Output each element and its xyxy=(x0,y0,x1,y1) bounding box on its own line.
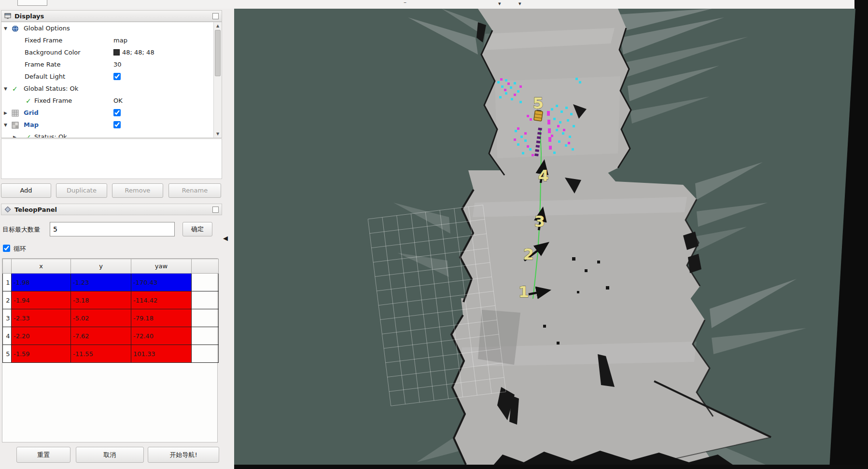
cell-yaw[interactable]: -72.40 xyxy=(131,327,192,345)
tree-label: Global Options xyxy=(24,25,70,32)
waypoint-label-3: 3 xyxy=(534,212,545,231)
cell-x[interactable]: -2.33 xyxy=(12,309,71,327)
occupancy-map[interactable]: 1 2 3 4 5 xyxy=(234,9,868,469)
loop-checkbox[interactable] xyxy=(3,245,10,252)
cell-y[interactable]: -1.23 xyxy=(71,274,131,291)
rename-display-button[interactable]: Rename xyxy=(168,183,221,198)
waypoint-label-4: 4 xyxy=(538,166,549,185)
displays-tree[interactable]: ▼ Global Options Fixed Frame map Backgro… xyxy=(1,22,222,138)
header-x[interactable]: x xyxy=(12,259,71,274)
tree-row-map[interactable]: ▼ Map xyxy=(1,119,213,131)
map-display-icon xyxy=(12,122,19,129)
goal-count-input[interactable] xyxy=(50,222,175,236)
tree-scrollbar[interactable]: ▲ ▼ xyxy=(213,22,222,138)
header-y[interactable]: y xyxy=(71,259,131,274)
row-filler xyxy=(192,345,219,363)
tree-row-map-status-clipped[interactable]: ▶ ✓ Status: Ok xyxy=(1,131,213,138)
header-index xyxy=(3,259,12,274)
add-display-button[interactable]: Add xyxy=(1,183,51,198)
panel-collapse-arrow-icon[interactable]: ◀ xyxy=(223,234,228,242)
scroll-up-icon[interactable]: ▲ xyxy=(214,24,222,28)
status-ok-icon: ✓ xyxy=(12,85,18,93)
goal-row[interactable]: 2 -1.94 -3.18 -114.42 xyxy=(3,291,219,309)
top-toolbar-strip: – ▾ ▾ xyxy=(0,0,868,9)
cell-x[interactable]: -1.94 xyxy=(12,291,71,309)
expand-arrow-icon[interactable]: ▶ xyxy=(13,135,16,138)
grid-display-icon xyxy=(12,110,19,117)
scrollbar-thumb[interactable] xyxy=(215,30,221,76)
goal-row[interactable]: 1 -1.98 -1.23 -170.43 xyxy=(3,274,219,291)
confirm-button[interactable]: 确定 xyxy=(182,222,212,236)
goal-table[interactable]: x y yaw 1 -1.98 -1.23 -170.43 2 -1.94 -3… xyxy=(2,259,219,363)
fixed-frame-status-value: OK xyxy=(113,97,123,104)
displays-panel-title: Displays xyxy=(14,13,44,20)
goal-row[interactable]: 3 -2.33 -5.02 -79.18 xyxy=(3,309,219,327)
tree-label: Background Color xyxy=(25,49,81,56)
cell-y[interactable]: -7.62 xyxy=(71,327,131,345)
tree-label: Global Status: Ok xyxy=(24,85,78,92)
tree-label: Fixed Frame xyxy=(34,97,72,104)
cell-y[interactable]: -3.18 xyxy=(71,291,131,309)
tree-label: Grid xyxy=(24,109,39,116)
start-navigation-button[interactable]: 开始导航! xyxy=(148,447,219,463)
duplicate-display-button[interactable]: Duplicate xyxy=(56,183,107,198)
expand-arrow-icon[interactable]: ▶ xyxy=(4,110,7,115)
scroll-down-icon[interactable]: ▼ xyxy=(214,132,222,136)
tree-row-status-fixed-frame[interactable]: ✓ Fixed Frame OK xyxy=(1,95,213,107)
cell-yaw[interactable]: -170.43 xyxy=(131,274,192,291)
cell-yaw[interactable]: -79.18 xyxy=(131,309,192,327)
teleop-panel-title: TeleopPanel xyxy=(14,206,57,213)
goal-table-container: x y yaw 1 -1.98 -1.23 -170.43 2 -1.94 -3… xyxy=(2,258,218,442)
reset-button[interactable]: 重置 xyxy=(16,447,70,463)
grid-enabled-checkbox[interactable] xyxy=(113,109,121,116)
rviz-3d-view[interactable]: 1 2 3 4 5 xyxy=(234,9,868,469)
tree-row-global-status[interactable]: ▼ ✓ Global Status: Ok xyxy=(1,83,213,95)
expand-arrow-icon[interactable]: ▼ xyxy=(4,26,7,31)
tree-row-background-color[interactable]: Background Color 48; 48; 48 xyxy=(1,47,213,59)
expand-arrow-icon[interactable]: ▼ xyxy=(4,123,7,127)
bottom-dark-strip xyxy=(234,465,868,469)
goal-table-header-row: x y yaw xyxy=(3,259,219,274)
displays-panel-titlebar[interactable]: Displays xyxy=(1,10,222,22)
cell-y[interactable]: -5.02 xyxy=(71,309,131,327)
row-index: 2 xyxy=(3,291,12,309)
waypoint-label-1: 1 xyxy=(518,283,529,301)
tree-row-frame-rate[interactable]: Frame Rate 30 xyxy=(1,59,213,71)
goal-count-label: 目标最大数量 xyxy=(2,225,40,234)
teleop-panel-titlebar[interactable]: TeleopPanel xyxy=(1,204,222,215)
row-index: 1 xyxy=(3,274,12,291)
tree-row-fixed-frame[interactable]: Fixed Frame map xyxy=(1,35,213,47)
panel-float-button[interactable] xyxy=(212,13,219,19)
goal-row[interactable]: 5 -1.59 -11.55 101.33 xyxy=(3,345,219,363)
tree-row-global-options[interactable]: ▼ Global Options xyxy=(1,23,213,35)
status-ok-icon: ✓ xyxy=(26,97,31,105)
toolbar-dropdown-caret-icon[interactable]: ▾ xyxy=(498,0,501,7)
cell-x[interactable]: -1.98 xyxy=(12,274,71,291)
toolbar-dash-icon: – xyxy=(404,0,406,6)
tree-row-grid[interactable]: ▶ Grid xyxy=(1,107,213,119)
cell-yaw[interactable]: 101.33 xyxy=(131,345,192,363)
fixed-frame-value[interactable]: map xyxy=(113,37,127,44)
frame-rate-value[interactable]: 30 xyxy=(113,61,122,68)
tree-row-default-light[interactable]: Default Light xyxy=(1,71,213,83)
header-yaw[interactable]: yaw xyxy=(131,259,192,274)
waypoint-label-5: 5 xyxy=(533,94,544,112)
tree-label: Frame Rate xyxy=(25,61,60,68)
cell-x[interactable]: -2.20 xyxy=(12,327,71,345)
color-swatch xyxy=(113,49,120,55)
cell-yaw[interactable]: -114.42 xyxy=(131,291,192,309)
remove-display-button[interactable]: Remove xyxy=(112,183,163,198)
map-enabled-checkbox[interactable] xyxy=(113,121,121,128)
panel-float-button[interactable] xyxy=(212,207,219,213)
cell-x[interactable]: -1.59 xyxy=(12,345,71,363)
tree-label: Default Light xyxy=(25,73,65,80)
toolbar-tab[interactable] xyxy=(17,0,47,6)
background-color-value[interactable]: 48; 48; 48 xyxy=(113,49,154,56)
default-light-checkbox[interactable] xyxy=(113,73,121,80)
toolbar-dropdown-caret-icon[interactable]: ▾ xyxy=(518,0,521,7)
cell-y[interactable]: -11.55 xyxy=(71,345,131,363)
cancel-button[interactable]: 取消 xyxy=(76,447,144,463)
teleop-panel-icon xyxy=(4,206,12,213)
expand-arrow-icon[interactable]: ▼ xyxy=(4,86,7,91)
goal-row[interactable]: 4 -2.20 -7.62 -72.40 xyxy=(3,327,219,345)
